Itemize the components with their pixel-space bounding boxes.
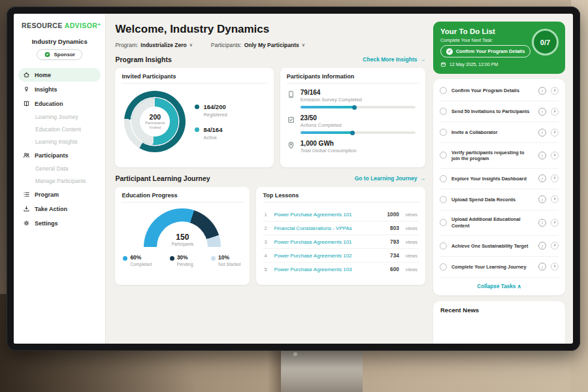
lesson-link[interactable]: Power Purchase Agreements 101	[274, 239, 385, 245]
info-icon[interactable]: i	[538, 219, 546, 227]
task-checkbox[interactable]	[440, 196, 447, 203]
check-more-insights-link[interactable]: Check More Insights →	[363, 56, 425, 63]
sidebar-item-learning-insights[interactable]: Learning Insights	[18, 136, 101, 148]
lesson-views-value: 1000	[387, 212, 399, 218]
sidebar-item-education[interactable]: Education	[18, 97, 101, 110]
chevron-down-icon: ∨	[189, 42, 193, 48]
task-label: Achieve One Sustainability Target	[451, 243, 534, 249]
legend-label: Not Started	[218, 262, 240, 267]
legend-value: 84/164	[203, 126, 222, 133]
task-label: Upload Additional Educational Content	[451, 216, 534, 229]
download-icon	[23, 205, 30, 212]
arrow-right-icon: →	[420, 56, 426, 63]
recent-news-card[interactable]: Recent News	[433, 301, 565, 344]
people-icon	[23, 152, 30, 159]
task-checkbox[interactable]	[440, 108, 447, 115]
lesson-link[interactable]: Financial Considerations - VPPAs	[274, 225, 385, 231]
legend-dot	[195, 105, 199, 109]
sidebar-item-label: Settings	[35, 220, 58, 227]
sidebar-item-label: Manage Participants	[35, 178, 86, 184]
education-legend: 60% Completed 30% Pending 10% Not Starte…	[122, 247, 243, 267]
invited-legend: 164/200 Registered 84/164 Active	[195, 103, 227, 140]
stat-label: Actions Completed	[301, 122, 419, 128]
task-checkbox[interactable]	[440, 263, 447, 270]
info-icon[interactable]: i	[538, 152, 546, 159]
chevron-right-icon[interactable]: ›	[551, 87, 559, 95]
sidebar-item-home[interactable]: Home	[18, 68, 101, 82]
todo-next-task-label: Confirm Your Program Details	[456, 48, 525, 54]
info-icon[interactable]: i	[538, 263, 546, 270]
learning-journey-header: Participant Learning Journey Go to Learn…	[115, 174, 425, 182]
sidebar-item-label: Home	[35, 72, 51, 78]
chevron-right-icon[interactable]: ›	[551, 195, 559, 203]
task-checkbox[interactable]	[440, 152, 447, 159]
info-icon[interactable]: i	[538, 108, 546, 116]
task-checkbox[interactable]	[440, 87, 447, 94]
legend-label: Active	[203, 135, 222, 140]
task-label: Confirm Your Program Details	[451, 88, 534, 93]
task-checkbox[interactable]	[440, 175, 447, 182]
sidebar-item-participants[interactable]: Participants	[18, 148, 101, 162]
program-filter-value: Industrialize Zero	[140, 42, 186, 48]
task-row: Send 50 Invitations to Participants i ›	[440, 101, 559, 122]
sponsor-badge[interactable]: Sponsor	[37, 49, 82, 60]
collapse-tasks-button[interactable]: Collapse Tasks ∧	[440, 278, 559, 295]
sidebar-item-education-content[interactable]: Education Content	[18, 123, 101, 135]
chevron-right-icon[interactable]: ›	[551, 152, 559, 159]
lesson-link[interactable]: Power Purchase Agreements 103	[274, 267, 385, 272]
legend-item: 60% Completed	[123, 254, 152, 267]
program-filter[interactable]: Program: Industrialize Zero ∨	[115, 42, 192, 48]
lesson-link[interactable]: Power Purchase Agreements 101	[274, 212, 382, 218]
lesson-views-label: views	[406, 253, 417, 259]
check-icon: ✓	[446, 48, 453, 55]
section-title: Participant Learning Journey	[115, 174, 210, 182]
lesson-views-label: views	[406, 225, 417, 231]
task-row: Invite a Collaborator i ›	[440, 122, 559, 143]
app-logo: RESOURCE ADVISOR+	[18, 22, 101, 29]
card-title: Education Progress	[122, 192, 243, 203]
sidebar-item-settings[interactable]: Settings	[18, 216, 101, 230]
lesson-link[interactable]: Power Purchase Agreements 102	[274, 253, 385, 259]
chevron-right-icon[interactable]: ›	[551, 219, 559, 227]
todo-task-list: Confirm Your Program Details i › Send 50…	[433, 79, 565, 295]
bulb-icon	[23, 86, 30, 93]
stat-value: 1,000 GWh	[301, 140, 419, 147]
legend-dot	[170, 256, 174, 261]
info-icon[interactable]: i	[538, 174, 546, 182]
sidebar-item-label: Education	[35, 101, 63, 107]
info-icon[interactable]: i	[538, 87, 546, 95]
main-content: Welcome, Industry Dynamics Program: Indu…	[106, 14, 433, 344]
chevron-right-icon[interactable]: ›	[551, 129, 559, 137]
task-label: Send 50 Invitations to Participants	[451, 108, 534, 114]
legend-value: 10%	[218, 254, 229, 261]
todo-next-task[interactable]: ✓ Confirm Your Program Details	[440, 45, 531, 57]
task-label: Invite a Collaborator	[451, 129, 534, 135]
participants-filter[interactable]: Participants: Only My Participants ∨	[211, 42, 305, 48]
book-icon	[23, 100, 30, 107]
legend-value: 164/200	[203, 103, 227, 110]
progress-fill	[301, 106, 355, 108]
card-title: Participants Information	[287, 73, 419, 84]
chevron-right-icon[interactable]: ›	[551, 263, 559, 270]
sidebar-item-learning-journey[interactable]: Learning Journey	[18, 111, 101, 123]
task-row: Explore Your Insights Dashboard i ›	[440, 169, 559, 189]
sidebar-item-take-action[interactable]: Take Action	[18, 202, 101, 216]
task-checkbox[interactable]	[440, 219, 447, 226]
info-icon[interactable]: i	[538, 242, 546, 250]
sidebar-item-program[interactable]: Program	[18, 188, 101, 201]
chevron-right-icon[interactable]: ›	[551, 242, 559, 250]
chevron-right-icon[interactable]: ›	[551, 174, 559, 182]
chevron-right-icon[interactable]: ›	[551, 108, 559, 116]
sidebar-item-insights[interactable]: Insights	[18, 82, 101, 96]
task-checkbox[interactable]	[440, 129, 447, 136]
go-to-learning-journey-link[interactable]: Go to Learning Journey →	[355, 175, 425, 182]
sidebar-item-general-data[interactable]: General Data	[18, 163, 101, 174]
lesson-views-value: 793	[390, 239, 399, 245]
arrow-right-icon: →	[420, 175, 426, 182]
task-checkbox[interactable]	[440, 242, 447, 250]
legend-dot	[195, 127, 199, 132]
lesson-row: 5 Power Purchase Agreements 103 600 view…	[263, 263, 419, 276]
info-icon[interactable]: i	[538, 195, 546, 203]
sidebar-item-manage-participants[interactable]: Manage Participants	[18, 175, 101, 187]
info-icon[interactable]: i	[538, 129, 546, 137]
